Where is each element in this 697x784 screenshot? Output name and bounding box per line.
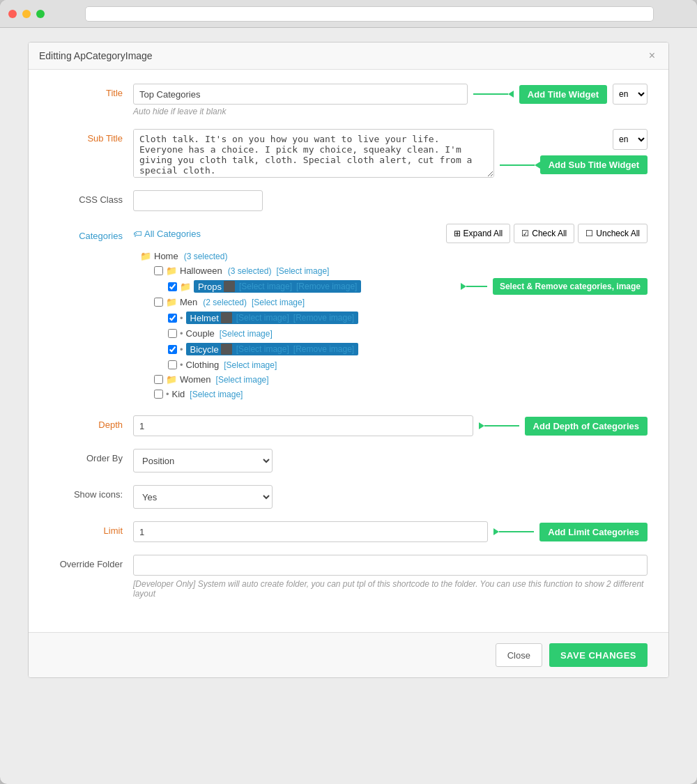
- modal-container: Editting ApCategoryImage × Title: [0, 28, 697, 678]
- helmet-checkbox[interactable]: [168, 314, 177, 323]
- title-input[interactable]: [133, 84, 468, 105]
- title-label: Title: [49, 84, 133, 98]
- bicycle-highlighted: Bicycle [Select image] [Remove image]: [186, 343, 359, 355]
- props-label: Props: [198, 282, 222, 292]
- add-limit-button[interactable]: Add Limit Categories: [539, 523, 648, 541]
- check-all-label: Check All: [532, 229, 567, 238]
- bicycle-remove-image[interactable]: [Remove image]: [293, 344, 354, 354]
- developer-note: [Developer Only] System will auto create…: [133, 579, 648, 599]
- props-folder-icon: 📁: [180, 282, 191, 292]
- limit-arrow: [493, 528, 534, 535]
- cat-halloween: 📁 Halloween (3 selected) [Select image]: [140, 263, 648, 278]
- men-selected: (2 selected): [203, 298, 247, 307]
- cat-home: 📁 Home (3 selected): [140, 249, 648, 263]
- override-folder-label: Override Folder: [49, 555, 133, 569]
- couple-checkbox[interactable]: [168, 329, 177, 338]
- subtitle-arrow: [500, 162, 540, 169]
- women-select-image[interactable]: [Select image]: [216, 375, 269, 385]
- men-select-image[interactable]: [Select image]: [252, 298, 305, 307]
- css-class-label: CSS Class: [49, 190, 133, 205]
- helmet-label: Helmet: [190, 313, 219, 323]
- css-class-field: [133, 190, 648, 211]
- subtitle-right: en Add Sub Title Widget: [500, 129, 648, 174]
- helmet-select-image[interactable]: [Select image]: [236, 313, 289, 323]
- title-arrow: [473, 91, 514, 98]
- subtitle-wrapper: Cloth talk. It's on you how you want to …: [133, 129, 648, 178]
- women-checkbox[interactable]: [154, 375, 163, 384]
- clothing-label: Clothing: [186, 360, 220, 370]
- expand-all-button[interactable]: ⊞ Expand All: [446, 224, 511, 243]
- url-bar: [85, 6, 654, 22]
- override-folder-row: Override Folder [Developer Only] System …: [49, 555, 648, 599]
- title-lang-select[interactable]: en: [613, 84, 648, 105]
- men-folder-icon: 📁: [166, 297, 177, 307]
- helmet-remove-image[interactable]: [Remove image]: [293, 313, 354, 323]
- add-depth-button[interactable]: Add Depth of Categories: [525, 417, 648, 436]
- title-hint: Auto hide if leave it blank: [133, 107, 648, 116]
- order-by-field: Position Name ID: [133, 449, 648, 472]
- kid-bullet: •: [166, 389, 169, 399]
- helmet-thumb: [221, 312, 232, 323]
- couple-select-image[interactable]: [Select image]: [220, 329, 273, 339]
- depth-label: Depth: [49, 415, 133, 430]
- show-icons-row: Show icons: Yes No: [49, 485, 648, 509]
- modal-title: Editting ApCategoryImage: [39, 50, 153, 61]
- depth-arrow: [479, 422, 519, 429]
- title-row: Title Add Title Widget en: [49, 84, 648, 116]
- bicycle-thumb: [221, 344, 232, 355]
- props-remove-image[interactable]: [Remove image]: [296, 282, 357, 291]
- categories-label: Categories: [49, 226, 133, 241]
- subtitle-field: Cloth talk. It's on you how you want to …: [133, 129, 648, 178]
- kid-select-image[interactable]: [Select image]: [190, 390, 243, 399]
- close-button[interactable]: Close: [496, 643, 542, 667]
- couple-bullet: •: [180, 328, 183, 339]
- minimize-dot[interactable]: [22, 10, 31, 18]
- limit-field: Add Limit Categories: [133, 521, 648, 542]
- props-row-wrapper: 📁 Props [Select image] [Remove image]: [140, 278, 648, 295]
- categories-row: Categories 🏷 All Categories ⊞: [49, 224, 648, 401]
- close-dot[interactable]: [8, 10, 17, 18]
- add-subtitle-widget-button[interactable]: Add Sub Title Widget: [540, 155, 648, 174]
- modal-close-button[interactable]: ×: [646, 49, 658, 62]
- css-class-row: CSS Class: [49, 190, 648, 211]
- clothing-bullet: •: [180, 360, 183, 370]
- all-categories-text: All Categories: [144, 229, 201, 239]
- subtitle-textarea[interactable]: Cloth talk. It's on you how you want to …: [133, 129, 494, 178]
- halloween-label: Halloween: [180, 266, 222, 276]
- limit-input[interactable]: [133, 521, 488, 542]
- check-all-button[interactable]: ☑ Check All: [514, 224, 574, 243]
- halloween-select-image[interactable]: [Select image]: [276, 266, 329, 276]
- maximize-dot[interactable]: [36, 10, 45, 18]
- halloween-checkbox[interactable]: [154, 266, 163, 275]
- category-tree: 📁 Home (3 selected) 📁 Halloween (3 selec…: [49, 249, 648, 401]
- bicycle-select-image[interactable]: [Select image]: [236, 344, 289, 354]
- home-selected: (3 selected): [184, 252, 228, 261]
- depth-field: Add Depth of Categories: [133, 415, 648, 436]
- cat-buttons: ⊞ Expand All ☑ Check All ☐: [446, 224, 648, 243]
- men-checkbox[interactable]: [154, 298, 163, 307]
- clothing-checkbox[interactable]: [168, 360, 177, 369]
- props-select-image[interactable]: [Select image]: [239, 282, 292, 291]
- uncheck-all-button[interactable]: ☐ Uncheck All: [578, 224, 648, 243]
- depth-input[interactable]: [133, 415, 473, 436]
- save-changes-button[interactable]: SAVE CHANGES: [549, 643, 648, 667]
- css-class-input[interactable]: [133, 190, 263, 211]
- all-categories-link[interactable]: 🏷 All Categories: [133, 229, 201, 239]
- add-title-widget-button[interactable]: Add Title Widget: [519, 85, 607, 104]
- order-by-select[interactable]: Position Name ID: [133, 449, 273, 472]
- cat-women: 📁 Women [Select image]: [140, 372, 648, 387]
- halloween-folder-icon: 📁: [166, 266, 177, 276]
- bicycle-checkbox[interactable]: [168, 345, 177, 354]
- override-folder-input[interactable]: [133, 555, 648, 576]
- check-icon: ☑: [521, 229, 529, 238]
- kid-checkbox[interactable]: [154, 390, 163, 399]
- modal-header: Editting ApCategoryImage ×: [29, 43, 668, 70]
- limit-row: Limit Add Limit Categories: [49, 521, 648, 542]
- order-by-label: Order By: [49, 449, 133, 463]
- clothing-select-image[interactable]: [Select image]: [224, 360, 277, 370]
- props-thumb: [224, 281, 235, 292]
- subtitle-lang-select[interactable]: en: [613, 129, 648, 150]
- expand-icon: ⊞: [454, 229, 461, 238]
- show-icons-select[interactable]: Yes No: [133, 485, 273, 509]
- props-checkbox[interactable]: [168, 282, 177, 291]
